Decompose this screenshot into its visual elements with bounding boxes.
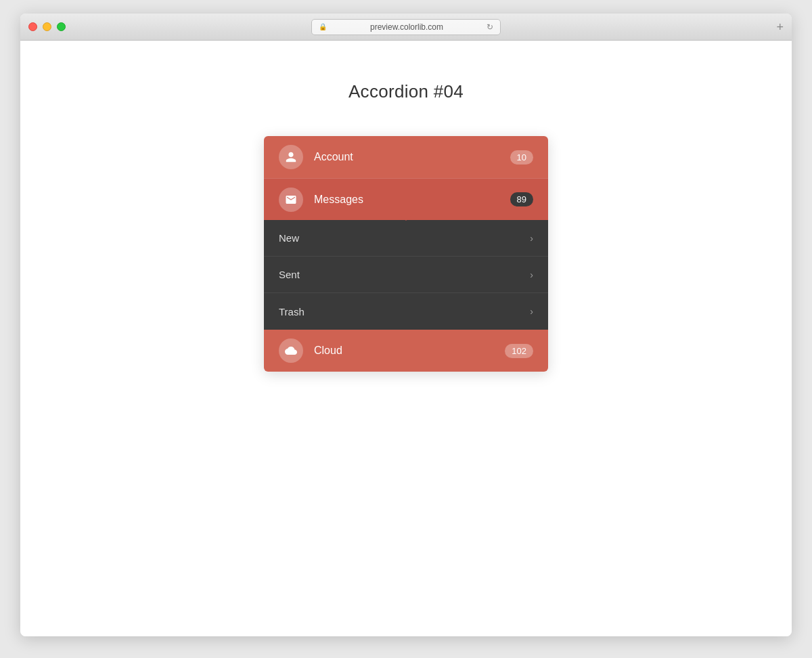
- submenu-new-chevron: ›: [530, 233, 533, 244]
- user-icon: [285, 151, 297, 163]
- browser-window: 🔒 preview.colorlib.com ↻ + Accordion #04…: [20, 14, 792, 636]
- minimize-button[interactable]: [43, 22, 51, 31]
- reload-icon[interactable]: ↻: [487, 22, 493, 32]
- submenu-new-label: New: [279, 232, 530, 244]
- messages-icon-circle: [279, 188, 303, 212]
- mail-icon: [285, 194, 297, 206]
- account-label: Account: [314, 151, 510, 163]
- active-indicator: [399, 214, 413, 221]
- submenu-messages: New › Sent › Trash ›: [264, 220, 548, 330]
- accordion: Account 10 Messages 89 New ›: [264, 136, 548, 372]
- lock-icon: 🔒: [319, 23, 327, 30]
- url-text: preview.colorlib.com: [330, 22, 483, 32]
- cloud-label: Cloud: [314, 345, 505, 357]
- close-button[interactable]: [28, 22, 37, 31]
- submenu-item-trash[interactable]: Trash ›: [264, 293, 548, 330]
- cloud-badge: 102: [505, 344, 533, 358]
- url-bar[interactable]: 🔒 preview.colorlib.com ↻: [311, 19, 501, 35]
- cloud-icon: [284, 345, 298, 357]
- messages-badge: 89: [510, 192, 533, 206]
- account-badge: 10: [510, 150, 533, 164]
- new-tab-button[interactable]: +: [776, 21, 784, 33]
- page-title: Accordion #04: [348, 81, 464, 102]
- accordion-item-account[interactable]: Account 10: [264, 136, 548, 178]
- submenu-sent-chevron: ›: [530, 269, 533, 280]
- maximize-button[interactable]: [57, 22, 66, 31]
- page-content: Accordion #04 Account 10: [20, 41, 792, 636]
- accordion-item-cloud[interactable]: Cloud 102: [264, 330, 548, 372]
- titlebar: 🔒 preview.colorlib.com ↻ +: [20, 14, 792, 41]
- submenu-trash-chevron: ›: [530, 306, 533, 317]
- submenu-item-new[interactable]: New ›: [264, 220, 548, 257]
- submenu-item-sent[interactable]: Sent ›: [264, 257, 548, 293]
- traffic-lights: [28, 22, 66, 31]
- cloud-icon-circle: [279, 338, 303, 363]
- submenu-sent-label: Sent: [279, 269, 530, 280]
- messages-label: Messages: [314, 194, 510, 206]
- accordion-item-messages[interactable]: Messages 89: [264, 178, 548, 220]
- submenu-trash-label: Trash: [279, 306, 530, 317]
- account-icon-circle: [279, 145, 303, 169]
